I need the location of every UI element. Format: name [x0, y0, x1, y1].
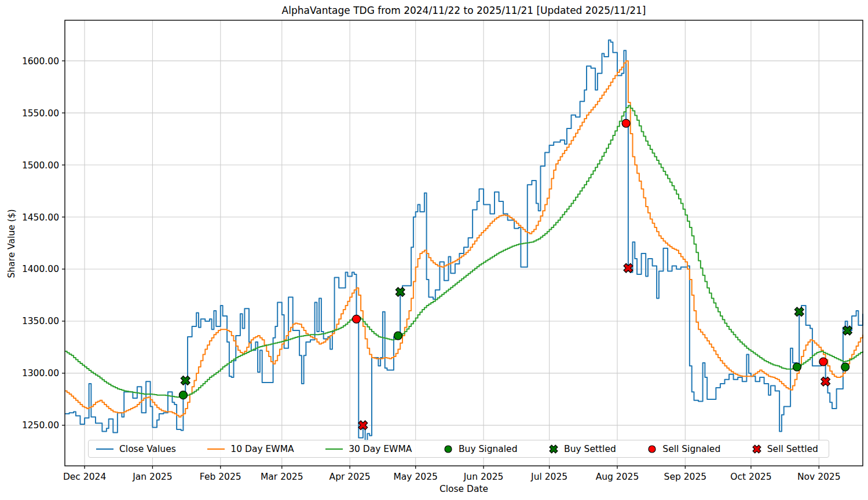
marker-buy-signaled [394, 332, 402, 340]
marker-buy-signaled [179, 391, 187, 399]
svg-text:Sep 2025: Sep 2025 [664, 472, 707, 482]
svg-text:Nov 2025: Nov 2025 [797, 472, 841, 482]
buy-settled-x-icon [548, 444, 559, 454]
x-ticks: Dec 2024Jan 2025Feb 2025Mar 2025Apr 2025… [63, 466, 841, 482]
legend-item-close-values: Close Values [96, 444, 176, 454]
ewma10-line [65, 61, 863, 417]
legend-label-sell-settled: Sell Settled [767, 444, 818, 454]
legend: Close Values 10 Day EWMA 30 Day EWMA Buy… [88, 440, 829, 458]
legend-label-buy-settled: Buy Settled [564, 444, 616, 454]
sell-settled-x-icon [752, 444, 762, 454]
ewma30-line-icon [325, 445, 343, 453]
svg-text:Mar 2025: Mar 2025 [261, 472, 303, 482]
svg-text:Jan 2025: Jan 2025 [132, 472, 172, 482]
sell-signaled-circle-icon [647, 444, 657, 454]
legend-item-30-day-ewma: 30 Day EWMA [325, 444, 412, 454]
svg-text:May 2025: May 2025 [394, 472, 438, 482]
marker-buy-signaled [793, 363, 801, 371]
svg-text:Oct 2025: Oct 2025 [730, 472, 771, 482]
legend-item-buy-settled: Buy Settled [548, 444, 616, 454]
svg-text:1500.00: 1500.00 [22, 160, 59, 171]
ewma10-line-icon [207, 445, 225, 453]
svg-text:Aug 2025: Aug 2025 [596, 472, 639, 482]
y-ticks: 1250.001300.001350.001400.001450.001500.… [22, 56, 65, 431]
marker-buy-signaled [841, 363, 849, 371]
buy-signaled-circle-icon [443, 444, 453, 454]
svg-text:1450.00: 1450.00 [22, 212, 59, 223]
legend-label-close-values: Close Values [119, 444, 176, 454]
close-values-line-icon [96, 445, 114, 453]
svg-text:Jun 2025: Jun 2025 [463, 472, 504, 482]
marker-sell-signaled [819, 358, 827, 366]
legend-label-sell-signaled: Sell Signaled [662, 444, 720, 454]
svg-text:1400.00: 1400.00 [22, 264, 59, 274]
legend-label-buy-signaled: Buy Signaled [459, 444, 518, 454]
legend-label-10-day-ewma: 10 Day EWMA [230, 444, 294, 454]
signal-markers [179, 119, 854, 432]
svg-text:1550.00: 1550.00 [22, 108, 59, 119]
legend-item-buy-signaled: Buy Signaled [443, 444, 518, 454]
plot-area: Dec 2024Jan 2025Feb 2025Mar 2025Apr 2025… [0, 0, 868, 500]
svg-text:1300.00: 1300.00 [22, 368, 59, 378]
y-axis-label: Share Value ($) [6, 128, 17, 359]
legend-item-sell-settled: Sell Settled [752, 444, 818, 454]
x-axis-label: Close Date [65, 484, 863, 494]
svg-text:Feb 2025: Feb 2025 [200, 472, 241, 482]
svg-text:1350.00: 1350.00 [22, 316, 59, 326]
svg-text:1600.00: 1600.00 [22, 56, 59, 67]
svg-text:Dec 2024: Dec 2024 [63, 472, 106, 482]
legend-label-30-day-ewma: 30 Day EWMA [349, 444, 412, 454]
svg-text:Jul 2025: Jul 2025 [530, 472, 567, 482]
legend-item-10-day-ewma: 10 Day EWMA [207, 444, 294, 454]
chart-figure: AlphaVantage TDG from 2024/11/22 to 2025… [0, 0, 868, 500]
marker-sell-signaled [353, 315, 361, 323]
legend-item-sell-signaled: Sell Signaled [647, 444, 720, 454]
svg-text:Apr 2025: Apr 2025 [329, 472, 371, 482]
svg-text:1250.00: 1250.00 [22, 420, 59, 431]
marker-sell-signaled [622, 119, 630, 127]
